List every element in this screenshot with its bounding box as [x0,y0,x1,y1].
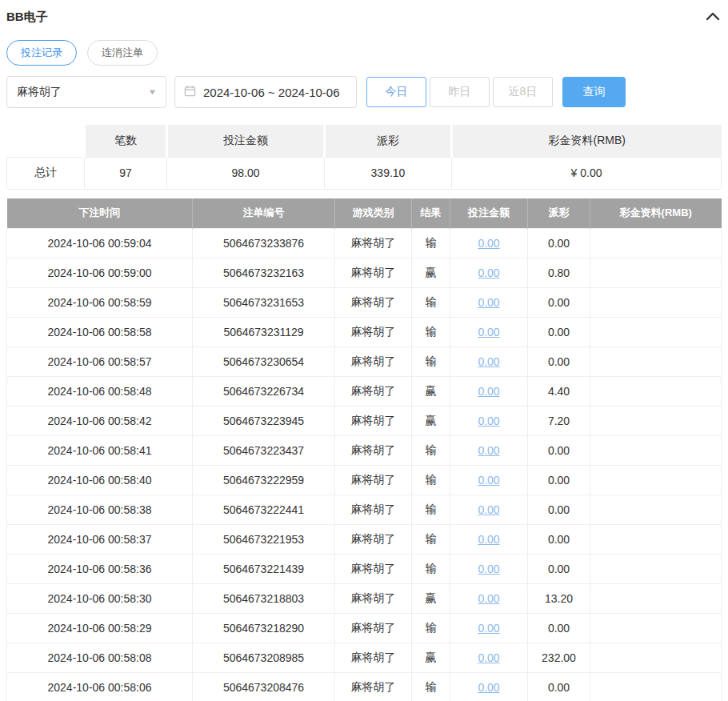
bet-id-cell: 5064673222959 [193,466,335,495]
bet-time-cell: 2024-10-06 00:58:08 [7,643,193,673]
game-select[interactable]: 麻将胡了 ▼ [6,76,166,108]
summary-total-payout: 339.10 [325,157,452,189]
yesterday-button[interactable]: 昨日 [430,77,490,107]
last-8-days-button[interactable]: 近8日 [493,77,553,107]
result-cell: 赢 [412,584,450,614]
bonus-cell [590,643,722,673]
col-header-bet-id: 注单编号 [193,198,335,229]
game-type-cell: 麻将胡了 [335,258,412,288]
bet-amount-link[interactable]: 0.00 [478,563,499,575]
bet-time-cell: 2024-10-06 00:58:37 [7,525,193,555]
game-type-cell: 麻将胡了 [335,525,412,555]
bet-amount-cell: 0.00 [450,643,528,673]
bonus-cell [590,555,722,584]
game-type-cell: 麻将胡了 [335,584,412,614]
bet-amount-cell: 0.00 [450,407,528,436]
bet-amount-link[interactable]: 0.00 [478,592,499,605]
bet-amount-link[interactable]: 0.00 [478,622,499,635]
bet-amount-link[interactable]: 0.00 [478,296,499,309]
bet-time-cell: 2024-10-06 00:58:38 [7,495,193,525]
summary-header-bonus: 彩金资料(RMB) [452,125,722,157]
payout-cell: 0.00 [528,614,590,643]
bonus-cell [590,318,722,347]
bet-id-cell: 5064673232163 [193,258,335,288]
bonus-cell [590,525,722,555]
game-type-cell: 麻将胡了 [335,407,412,436]
bet-amount-link[interactable]: 0.00 [478,237,499,250]
bet-amount-cell: 0.00 [450,347,528,377]
table-row: 2024-10-06 00:58:57 5064673230654 麻将胡了 输… [7,347,722,377]
payout-cell: 0.00 [528,347,590,377]
query-button[interactable]: 查询 [562,77,626,107]
payout-cell: 0.00 [528,555,590,584]
bet-amount-link[interactable]: 0.00 [478,266,499,279]
bet-amount-cell: 0.00 [450,525,528,555]
record-tabs: 投注记录 连消注单 [6,40,722,66]
date-range-picker[interactable]: 2024-10-06 ~ 2024-10-06 [174,76,357,108]
game-type-cell: 麻将胡了 [335,673,412,701]
bet-amount-link[interactable]: 0.00 [478,651,499,664]
result-cell: 输 [412,525,450,555]
collapse-panel-button[interactable] [704,9,722,26]
summary-total-label: 总计 [7,157,85,189]
date-range-value: 2024-10-06 ~ 2024-10-06 [203,86,340,99]
payout-cell: 0.00 [528,318,590,347]
payout-cell: 0.00 [528,466,590,495]
bet-amount-link[interactable]: 0.00 [478,444,499,457]
game-type-cell: 麻将胡了 [335,436,412,466]
game-type-cell: 麻将胡了 [335,495,412,525]
summary-header-count: 笔数 [85,125,167,157]
bet-amount-cell: 0.00 [450,466,528,495]
table-row: 2024-10-06 00:58:41 5064673223437 麻将胡了 输… [7,436,722,466]
bet-amount-link[interactable]: 0.00 [478,415,499,427]
result-cell: 输 [412,614,450,643]
bet-id-cell: 5064673221953 [193,525,335,555]
result-cell: 输 [412,495,450,525]
table-row: 2024-10-06 00:58:08 5064673208985 麻将胡了 赢… [7,643,722,673]
bet-amount-link[interactable]: 0.00 [478,326,499,338]
bet-time-cell: 2024-10-06 00:58:40 [7,466,193,495]
payout-cell: 0.80 [528,258,590,288]
result-cell: 赢 [412,258,450,288]
bet-time-cell: 2024-10-06 00:58:42 [7,407,193,436]
tab-bet-records[interactable]: 投注记录 [6,40,77,66]
bonus-cell [590,466,722,495]
summary-total-bonus: ¥ 0.00 [452,157,722,189]
result-cell: 赢 [412,643,450,673]
payout-cell: 13.20 [528,584,590,614]
bet-amount-link[interactable]: 0.00 [478,474,499,487]
filter-bar: 麻将胡了 ▼ 2024-10-06 ~ 2024-10-06 今日 昨日 近8日… [6,76,722,108]
result-cell: 输 [412,229,450,258]
bet-amount-cell: 0.00 [450,258,528,288]
bet-amount-cell: 0.00 [450,555,528,584]
today-button[interactable]: 今日 [366,77,426,107]
bet-amount-cell: 0.00 [450,584,528,614]
bet-amount-link[interactable]: 0.00 [478,681,499,694]
bet-time-cell: 2024-10-06 00:58:29 [7,614,193,643]
bonus-cell [590,229,722,258]
result-cell: 输 [412,347,450,377]
summary-header-blank [7,125,85,157]
bet-id-cell: 5064673233876 [193,229,335,258]
bet-amount-cell: 0.00 [450,288,528,318]
result-cell: 输 [412,673,450,701]
payout-cell: 0.00 [528,436,590,466]
chevron-up-icon [706,10,720,24]
table-row: 2024-10-06 00:58:30 5064673218803 麻将胡了 赢… [7,584,722,614]
bet-table-body: 2024-10-06 00:59:04 5064673233876 麻将胡了 输… [7,229,722,701]
col-header-payout: 派彩 [528,198,590,229]
bet-amount-link[interactable]: 0.00 [478,355,499,368]
result-cell: 输 [412,288,450,318]
tab-cancelled-bets[interactable]: 连消注单 [87,40,158,66]
bet-amount-link[interactable]: 0.00 [478,385,499,398]
bonus-cell [590,584,722,614]
game-type-cell: 麻将胡了 [335,288,412,318]
bet-time-cell: 2024-10-06 00:58:41 [7,436,193,466]
summary-header-row: 笔数 投注金额 派彩 彩金资料(RMB) [7,125,722,157]
bet-amount-link[interactable]: 0.00 [478,533,499,546]
bet-amount-link[interactable]: 0.00 [478,503,499,516]
bonus-cell [590,673,722,701]
table-row: 2024-10-06 00:58:36 5064673221439 麻将胡了 输… [7,555,722,584]
table-row: 2024-10-06 00:58:37 5064673221953 麻将胡了 输… [7,525,722,555]
game-select-value: 麻将胡了 [17,85,62,99]
